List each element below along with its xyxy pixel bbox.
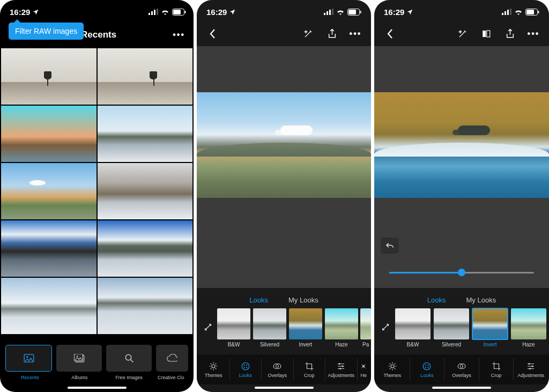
look-bw[interactable]: B&W	[217, 308, 251, 347]
tab-looks[interactable]: Looks	[249, 296, 268, 304]
auto-enhance-button[interactable]	[300, 26, 316, 42]
tool-adjustments[interactable]: Adjustments	[325, 358, 358, 381]
photo-thumb[interactable]	[1, 163, 97, 219]
tab-my-looks[interactable]: My Looks	[288, 296, 318, 304]
tool-looks[interactable]: Looks	[230, 358, 262, 381]
tool-label: Overlays	[268, 373, 287, 378]
look-invert[interactable]: Invert	[288, 308, 322, 347]
share-button[interactable]	[502, 26, 518, 42]
undo-button[interactable]	[381, 238, 399, 254]
svg-point-12	[125, 354, 131, 360]
look-next-partial[interactable]: Pa	[360, 308, 371, 347]
tool-label: Looks	[239, 373, 252, 378]
nav-recents[interactable]	[5, 345, 52, 372]
tool-looks[interactable]: Looks	[410, 358, 445, 381]
photo-icon	[24, 354, 34, 363]
look-label: B&W	[407, 342, 419, 347]
look-invert[interactable]: Invert	[472, 308, 508, 347]
look-label: Invert	[483, 342, 496, 347]
photo-thumb[interactable]	[1, 278, 97, 334]
tool-label: He	[361, 373, 367, 378]
wifi-icon	[514, 9, 523, 15]
look-bw[interactable]: B&W	[395, 308, 431, 347]
tool-overlays[interactable]: Overlays	[262, 358, 294, 381]
more-icon[interactable]: •••	[173, 30, 185, 40]
svg-point-11	[76, 356, 78, 358]
back-button[interactable]	[204, 26, 220, 42]
tab-my-looks[interactable]: My Looks	[466, 296, 496, 304]
svg-point-47	[428, 367, 429, 368]
look-label: Haze	[522, 342, 535, 347]
look-label: Invert	[299, 342, 312, 347]
tool-label: Crop	[304, 373, 315, 378]
svg-point-24	[246, 364, 247, 365]
signal-icon	[502, 9, 511, 15]
svg-rect-19	[348, 10, 356, 14]
back-button[interactable]	[382, 26, 398, 42]
status-bar: 16:29	[374, 0, 549, 21]
tool-overlays[interactable]: Overlays	[444, 358, 479, 381]
wand-icon	[303, 29, 313, 39]
looks-tabs: Looks My Looks	[374, 288, 549, 306]
photo-thumb[interactable]	[98, 278, 193, 334]
look-silvered[interactable]: Silvered	[253, 308, 287, 347]
svg-point-45	[428, 364, 429, 365]
more-button[interactable]: •••	[525, 26, 541, 42]
editor-toolbar: •••	[374, 21, 549, 46]
look-haze[interactable]: Haze	[324, 308, 358, 347]
expand-icon	[381, 323, 390, 331]
tool-crop[interactable]: Crop	[479, 358, 514, 381]
svg-rect-6	[185, 11, 186, 13]
photo-preview	[197, 92, 371, 198]
nav-creative-cloud[interactable]	[156, 345, 188, 372]
nav-free-images[interactable]	[106, 345, 152, 372]
share-icon	[328, 28, 337, 39]
share-button[interactable]	[324, 26, 340, 42]
auto-enhance-button[interactable]	[455, 26, 471, 42]
screen-editor-applied: 16:29 ••• Looks My Looks	[374, 0, 549, 392]
intensity-slider[interactable]	[389, 268, 534, 277]
look-haze[interactable]: Haze	[510, 308, 547, 347]
tool-bar: Themes Looks Overlays Crop Adjustments H…	[197, 354, 371, 384]
more-button[interactable]: •••	[347, 26, 363, 42]
tool-heal-partial[interactable]: He	[358, 358, 370, 381]
looks-strip[interactable]: B&W Silvered Invert Haze	[374, 306, 549, 354]
photo-grid	[0, 48, 194, 339]
crop-icon	[305, 361, 314, 371]
compare-icon	[481, 29, 491, 39]
tool-crop[interactable]: Crop	[294, 358, 326, 381]
tool-label: Adjustments	[517, 373, 544, 378]
screen-library: 16:29 Filter RAW images Recents •••	[0, 0, 194, 392]
photo-thumb[interactable]	[1, 220, 97, 277]
filter-raw-tooltip[interactable]: Filter RAW images	[9, 23, 84, 40]
photo-thumb[interactable]	[1, 106, 97, 162]
svg-rect-3	[157, 9, 158, 15]
tool-themes[interactable]: Themes	[375, 358, 410, 381]
nav-label-recents: Recents	[5, 375, 55, 380]
home-indicator	[68, 387, 127, 389]
photo-thumb[interactable]	[98, 48, 193, 105]
look-label: Silvered	[260, 342, 279, 347]
photo-canvas[interactable]	[374, 46, 549, 288]
photo-thumb[interactable]	[98, 220, 193, 277]
looks-strip[interactable]: B&W Silvered Invert Haze Pa	[197, 306, 371, 354]
compare-button[interactable]	[478, 26, 494, 42]
expand-looks-button[interactable]	[201, 308, 215, 346]
photo-thumb[interactable]	[1, 48, 97, 105]
chevron-left-icon	[386, 28, 394, 39]
battery-icon	[172, 9, 186, 16]
expand-looks-button[interactable]	[379, 308, 392, 346]
svg-rect-39	[538, 11, 539, 13]
look-label: Silvered	[442, 342, 461, 347]
photo-thumb[interactable]	[98, 106, 193, 162]
nav-albums[interactable]	[56, 345, 102, 372]
photo-thumb[interactable]	[98, 163, 193, 219]
tab-looks[interactable]: Looks	[427, 296, 446, 304]
tool-themes[interactable]: Themes	[198, 358, 230, 381]
look-silvered[interactable]: Silvered	[433, 308, 470, 347]
photo-canvas[interactable]	[197, 46, 371, 288]
tool-adjustments[interactable]: Adjustments	[514, 358, 548, 381]
photo-preview	[374, 92, 549, 198]
tool-label: Adjustments	[328, 373, 355, 378]
svg-rect-33	[502, 13, 503, 15]
